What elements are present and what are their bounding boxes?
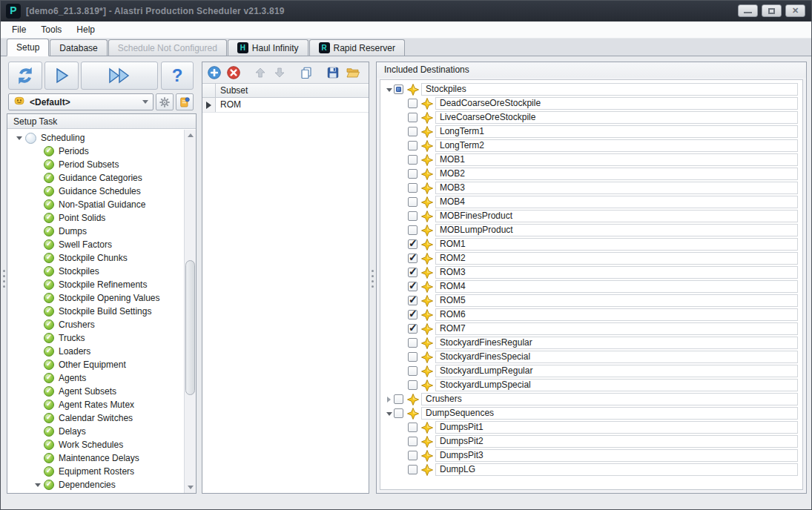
checkbox-unchecked[interactable] (408, 338, 417, 348)
mid-right-splitter-handle[interactable] (371, 270, 374, 288)
destination-label[interactable]: ROM2 (435, 252, 798, 265)
checkbox-unchecked[interactable] (408, 155, 417, 165)
minimize-button[interactable] (738, 4, 758, 17)
destination-stockyardfinesspecial[interactable]: StockyardFinesSpecial (380, 350, 802, 364)
destination-label[interactable]: DeadCoarseOreStockpile (435, 97, 798, 110)
subset-column-header[interactable]: Subset (216, 84, 369, 97)
title-bar[interactable]: P [demo6_21.3.819*] - Alastri Production… (1, 1, 811, 21)
tree-item-trucks[interactable]: Trucks (7, 331, 184, 345)
checkbox-checked[interactable] (408, 268, 417, 277)
destination-label[interactable]: MOB1 (435, 153, 798, 166)
destination-label[interactable]: ROM1 (435, 238, 798, 251)
checkbox-indeterminate[interactable] (394, 85, 403, 94)
checkbox-unchecked[interactable] (408, 380, 417, 390)
checkbox-unchecked[interactable] (408, 99, 417, 108)
destination-mob1[interactable]: MOB1 (380, 153, 802, 167)
tree-item-agent-rates-mutex[interactable]: Agent Rates Mutex (7, 398, 184, 411)
destination-label[interactable]: LongTerm1 (435, 125, 798, 138)
tree-item-dumps[interactable]: Dumps (7, 225, 184, 238)
tree-item-crushers[interactable]: Crushers (7, 318, 184, 331)
checkbox-unchecked[interactable] (408, 141, 417, 150)
destination-mob4[interactable]: MOB4 (380, 195, 802, 209)
help-button[interactable]: ? (161, 62, 194, 90)
checkbox-unchecked[interactable] (408, 211, 417, 221)
destination-rom2[interactable]: ROM2 (380, 251, 802, 265)
scroll-thumb[interactable] (185, 260, 195, 394)
tab-rapid-reserver[interactable]: RRapid Reserver (309, 39, 405, 56)
menu-item-tools[interactable]: Tools (33, 22, 69, 38)
close-button[interactable]: ✕ (785, 4, 805, 17)
destination-label[interactable]: ROM4 (435, 280, 798, 293)
checkbox-checked[interactable] (408, 254, 417, 263)
destination-stockyardlumpspecial[interactable]: StockyardLumpSpecial (380, 378, 802, 392)
destination-label[interactable]: Crushers (421, 393, 798, 405)
destination-crushers[interactable]: Crushers (380, 392, 802, 406)
checkbox-checked[interactable] (408, 296, 417, 305)
destination-label[interactable]: MOB2 (435, 168, 798, 180)
refresh-button[interactable] (8, 62, 42, 90)
checkbox-unchecked[interactable] (408, 127, 417, 136)
gear-button[interactable] (156, 93, 174, 110)
tree-item-point-solids[interactable]: Point Solids (7, 211, 184, 225)
tab-database[interactable]: Database (50, 39, 107, 56)
checkbox-checked[interactable] (408, 324, 417, 334)
tree-item-maintenance-delays[interactable]: Maintenance Delays (7, 451, 184, 465)
tree-item-stockpile-chunks[interactable]: Stockpile Chunks (7, 251, 184, 265)
destination-label[interactable]: MOBFinesProduct (435, 210, 798, 222)
destination-label[interactable]: LiveCoarseOreStockpile (435, 111, 798, 124)
destination-label[interactable]: StockyardLumpRegular (435, 365, 798, 377)
checkbox-unchecked[interactable] (408, 169, 417, 179)
destination-mobfinesproduct[interactable]: MOBFinesProduct (380, 209, 802, 223)
expander-icon[interactable] (385, 85, 394, 94)
destination-label[interactable]: DumpLG (435, 463, 798, 476)
destination-stockpiles[interactable]: Stockpiles (380, 82, 802, 96)
destination-label[interactable]: ROM7 (435, 322, 798, 335)
checkbox-unchecked[interactable] (408, 451, 417, 460)
note-button[interactable] (176, 93, 194, 110)
open-button[interactable] (343, 64, 362, 82)
delete-button[interactable] (224, 64, 243, 82)
checkbox-unchecked[interactable] (408, 423, 417, 432)
destination-label[interactable]: ROM6 (435, 308, 798, 321)
destination-label[interactable]: DumpsPit2 (435, 435, 798, 448)
checkbox-unchecked[interactable] (408, 437, 417, 446)
tree-item-stockpile-opening-values[interactable]: Stockpile Opening Values (7, 291, 184, 305)
tab-schedule-not-configured[interactable]: Schedule Not Configured (108, 39, 227, 56)
destination-label[interactable]: StockyardFinesSpecial (435, 351, 798, 363)
play-button[interactable] (44, 62, 79, 90)
tree-item-period-subsets[interactable]: Period Subsets (7, 158, 184, 171)
destination-livecoarseorestockpile[interactable]: LiveCoarseOreStockpile (380, 110, 802, 125)
destination-rom3[interactable]: ROM3 (380, 265, 802, 279)
destination-label[interactable]: ROM5 (435, 294, 798, 307)
destination-moblumpproduct[interactable]: MOBLumpProduct (380, 223, 802, 237)
menu-item-help[interactable]: Help (69, 22, 102, 38)
tree-item-delays[interactable]: Delays (7, 425, 184, 438)
checkbox-unchecked[interactable] (408, 366, 417, 376)
destination-deadcoarseorestockpile[interactable]: DeadCoarseOreStockpile (380, 96, 802, 110)
tree-item-periods[interactable]: Periods (7, 145, 184, 158)
destination-label[interactable]: LongTerm2 (435, 139, 798, 152)
destination-dumpsequences[interactable]: DumpSequences (380, 406, 802, 420)
expander-icon[interactable] (385, 409, 394, 418)
checkbox-unchecked[interactable] (394, 408, 403, 418)
tree-item-guidance-categories[interactable]: Guidance Categories (7, 171, 184, 185)
checkbox-unchecked[interactable] (394, 394, 403, 404)
add-button[interactable] (205, 64, 224, 82)
tree-item-stockpile-refinements[interactable]: Stockpile Refinements (7, 278, 184, 291)
subset-cell[interactable]: ROM (216, 98, 369, 112)
expander-icon[interactable] (15, 133, 24, 142)
destination-dumpspit3[interactable]: DumpsPit3 (380, 448, 802, 463)
tree-item-guidance-schedules[interactable]: Guidance Schedules (7, 185, 184, 198)
destination-longterm1[interactable]: LongTerm1 (380, 125, 802, 139)
left-edge-splitter-handle[interactable] (2, 270, 5, 288)
destination-label[interactable]: DumpSequences (421, 407, 798, 420)
setup-task-scrollbar[interactable] (184, 130, 196, 493)
tree-item-agent-subsets[interactable]: Agent Subsets (7, 385, 184, 398)
checkbox-checked[interactable] (408, 282, 417, 291)
tree-item-other-equipment[interactable]: Other Equipment (7, 358, 184, 371)
destination-label[interactable]: StockyardLumpSpecial (435, 379, 798, 391)
tree-item-agents[interactable]: Agents (7, 371, 184, 385)
destination-rom6[interactable]: ROM6 (380, 308, 802, 322)
fast-forward-button[interactable] (81, 62, 158, 90)
destination-rom1[interactable]: ROM1 (380, 237, 802, 251)
